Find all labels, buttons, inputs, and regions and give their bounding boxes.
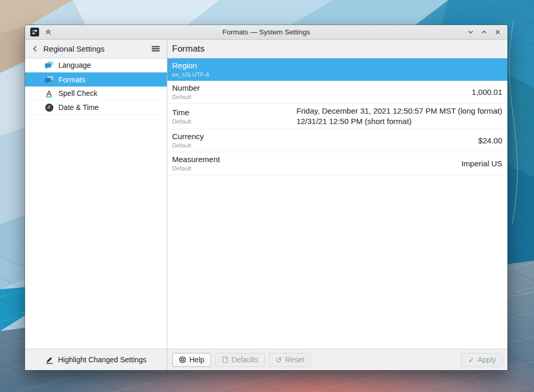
list-item-region[interactable]: Region en_US.UTF-8 xyxy=(167,58,507,81)
minimize-button[interactable] xyxy=(466,28,475,37)
defaults-document-icon xyxy=(222,356,228,363)
reset-button[interactable]: ↺ Reset xyxy=(269,353,311,367)
formats-list: Region en_US.UTF-8 Number Default 1,000.… xyxy=(167,58,507,349)
row-value: Imperial US xyxy=(462,159,502,168)
row-label: Currency xyxy=(172,131,204,141)
reset-undo-icon: ↺ xyxy=(275,356,282,364)
keep-above-button[interactable] xyxy=(43,28,53,37)
sidebar-item-label: Spell Check xyxy=(58,89,98,97)
help-button[interactable]: Help xyxy=(172,353,211,367)
system-settings-app-icon xyxy=(30,28,39,36)
maximize-button[interactable] xyxy=(479,28,489,37)
list-item-number[interactable]: Number Default 1,000.01 xyxy=(167,81,507,104)
list-item-currency[interactable]: Currency Default $24.00 xyxy=(167,129,507,152)
row-label: Region xyxy=(172,60,209,70)
sidebar-item-language[interactable]: Language xyxy=(25,58,167,72)
row-value: Friday, December 31, 2021 12:50:57 PM MS… xyxy=(296,106,502,127)
list-item-time[interactable]: Time Default Friday, December 31, 2021 1… xyxy=(167,104,507,129)
footer-sidebar-section: Highlight Changed Settings xyxy=(25,349,167,370)
row-sublabel: Default xyxy=(172,165,220,173)
highlight-label: Highlight Changed Settings xyxy=(58,356,147,364)
language-bubbles-icon xyxy=(44,60,54,70)
row-sublabel: Default xyxy=(172,93,200,101)
apply-button[interactable]: ✓ Apply xyxy=(461,353,503,367)
apply-check-icon: ✓ xyxy=(468,356,475,364)
highlight-marker-icon xyxy=(45,356,54,364)
help-lifebuoy-icon xyxy=(179,356,186,363)
row-label: Measurement xyxy=(172,154,220,164)
page-title: Formats xyxy=(167,40,507,58)
sidebar-item-label: Date & Time xyxy=(58,103,99,112)
sidebar-header-title: Regional Settings xyxy=(43,44,105,53)
system-settings-window: Formats — System Settings xyxy=(25,25,507,370)
time-short-format: 12/31/21 12:50 PM (short format) xyxy=(296,116,502,127)
footer-buttons-section: Help Defaults ↺ Reset ✓ Apply xyxy=(167,349,507,370)
row-label: Time xyxy=(172,107,191,117)
window-title: Formats — System Settings xyxy=(25,28,507,36)
sidebar-item-label: Language xyxy=(58,61,91,69)
close-button[interactable] xyxy=(493,28,502,37)
hamburger-menu-icon[interactable] xyxy=(151,45,160,52)
reset-label: Reset xyxy=(285,356,305,364)
main-panel: Formats Region en_US.UTF-8 Number Defaul… xyxy=(167,40,507,349)
highlight-changed-settings-button[interactable]: Highlight Changed Settings xyxy=(41,353,151,366)
time-long-format: Friday, December 31, 2021 12:50:57 PM MS… xyxy=(296,106,502,116)
row-value: 1,000.01 xyxy=(472,88,502,96)
sidebar-item-label: Formats xyxy=(58,76,85,84)
window-footer: Highlight Changed Settings Help xyxy=(25,349,507,370)
sidebar-item-date-time[interactable]: Date & Time xyxy=(25,101,167,115)
list-item-measurement[interactable]: Measurement Default Imperial US xyxy=(167,152,507,175)
sidebar-header: Regional Settings xyxy=(25,40,167,58)
defaults-label: Defaults xyxy=(232,356,258,364)
clock-icon xyxy=(44,103,54,112)
sidebar: Regional Settings L xyxy=(25,40,167,349)
row-sublabel: en_US.UTF-8 xyxy=(172,71,209,79)
sidebar-item-spell-check[interactable]: A Spell Check xyxy=(25,87,167,101)
row-sublabel: Default xyxy=(172,142,204,150)
spellcheck-icon: A xyxy=(44,89,54,98)
sidebar-list: Language Formats A xyxy=(25,58,167,349)
back-icon[interactable] xyxy=(32,45,39,52)
apply-label: Apply xyxy=(478,356,496,364)
language-bubbles-icon xyxy=(44,75,54,84)
defaults-button[interactable]: Defaults xyxy=(215,353,265,367)
sidebar-item-formats[interactable]: Formats xyxy=(25,72,167,87)
row-value: $24.00 xyxy=(478,136,502,145)
titlebar[interactable]: Formats — System Settings xyxy=(25,25,507,40)
row-label: Number xyxy=(172,83,200,93)
row-sublabel: Default xyxy=(172,118,191,126)
help-label: Help xyxy=(189,356,204,364)
